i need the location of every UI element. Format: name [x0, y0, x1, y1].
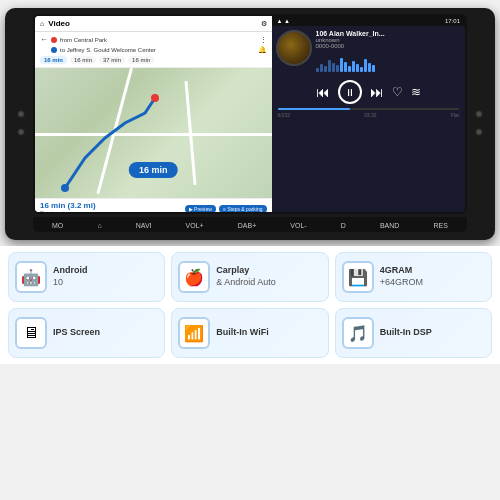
ctrl-btn-vol[interactable]: VOL-	[290, 222, 306, 229]
svg-point-0	[61, 184, 69, 192]
wifi-icon: 📶	[178, 317, 210, 349]
waveform-bar-8	[348, 66, 351, 72]
feature-text-1: Carplay& Android Auto	[216, 265, 276, 288]
home-icon: ⌂	[40, 20, 44, 27]
features-grid: 🤖Android10🍎Carplay& Android Auto💾4GRAM+6…	[0, 246, 500, 364]
preview-button[interactable]: ▶ Preview	[185, 205, 216, 213]
ctrl-btn-navi[interactable]: NAVI	[136, 222, 152, 229]
route-bar: ← from Central Park ⋮ ← to Jeffrey S. Go…	[35, 32, 272, 68]
time-opt-1: 16 min	[40, 56, 67, 64]
waveform-bar-5	[336, 65, 339, 72]
screws-left	[13, 106, 29, 140]
ram-icon: 💾	[342, 261, 374, 293]
ctrl-btn-dab[interactable]: DAB+	[238, 222, 256, 229]
ctrl-btn-vol[interactable]: VOL+	[186, 222, 204, 229]
feature-text-0: Android10	[53, 265, 88, 288]
wifi-icon: ▲ ▲	[277, 18, 291, 24]
waveform-bar-13	[368, 63, 371, 72]
waveform	[316, 52, 462, 72]
ctrl-btn-res[interactable]: RES	[433, 222, 447, 229]
pause-button[interactable]: ⏸	[338, 80, 362, 104]
feature-text-5: Built-In DSP	[380, 327, 432, 339]
feature-card-2: 💾4GRAM+64GROM	[335, 252, 492, 302]
track-label: Flat	[451, 112, 459, 118]
ctrl-btn-[interactable]: ⌂	[97, 222, 101, 229]
map-top-bar: ⌂ Video ⚙	[35, 16, 272, 32]
dual-screen: ⌂ Video ⚙ ← from Central Park ⋮	[33, 14, 467, 214]
screw-bl	[17, 128, 25, 136]
track-number: 6/232	[278, 112, 291, 118]
waveform-bar-0	[316, 68, 319, 72]
waveform-bar-9	[352, 61, 355, 72]
clock: 17:01	[445, 18, 460, 24]
feature-card-0: 🤖Android10	[8, 252, 165, 302]
map-body: 16 min	[35, 68, 272, 198]
ctrl-btn-band[interactable]: BAND	[380, 222, 399, 229]
time-code: 0000-0000	[316, 43, 462, 49]
screws-right	[471, 106, 487, 140]
from-label: from Central Park	[60, 37, 107, 43]
steps-button[interactable]: ≡ Steps & parking	[219, 205, 267, 213]
time-opt-3: 37 min	[99, 56, 125, 64]
video-label: Video	[48, 19, 70, 28]
prev-button[interactable]: ⏮	[316, 84, 330, 100]
map-bottom-bar: 16 min (3.2 mi) Best route ▶ Preview ≡ S…	[35, 198, 272, 212]
ctrl-btn-d[interactable]: D	[341, 222, 346, 229]
next-button[interactable]: ⏭	[370, 84, 384, 100]
time-opt-2: 16 min	[70, 56, 96, 64]
waveform-bar-7	[344, 62, 347, 72]
waveform-bar-12	[364, 59, 367, 72]
feature-card-4: 📶Built-In WiFi	[171, 308, 328, 358]
screw-br	[475, 128, 483, 136]
status-bar: ▲ ▲ 17:01	[272, 16, 466, 26]
waveform-bar-11	[360, 67, 363, 72]
route-svg	[35, 68, 272, 198]
ips-icon: 🖥	[15, 317, 47, 349]
dest-dot	[51, 47, 57, 53]
album-art	[276, 30, 312, 66]
waveform-bar-4	[332, 63, 335, 72]
feature-text-2: 4GRAM+64GROM	[380, 265, 423, 288]
ctrl-btn-mo[interactable]: MO	[52, 222, 63, 229]
time-opt-4: 16 min	[128, 56, 154, 64]
best-route-label: Best route	[40, 210, 96, 212]
dsp-icon: 🎵	[342, 317, 374, 349]
waveform-bar-6	[340, 58, 343, 72]
music-timing: 6/232 03:32 Flat	[272, 112, 466, 118]
track-name: 106 Alan Walker_In...	[316, 30, 462, 37]
settings-icon: ⚙	[261, 20, 267, 28]
eq-button[interactable]: ≋	[411, 85, 421, 99]
screw-tl	[17, 110, 25, 118]
control-bar: MO⌂NAVIVOL+DAB+VOL-DBANDRES	[33, 217, 467, 232]
waveform-bar-10	[356, 64, 359, 72]
eta-distance: 16 min (3.2 mi)	[40, 201, 96, 210]
screw-tr	[475, 110, 483, 118]
waveform-bar-14	[372, 65, 375, 72]
music-info: 106 Alan Walker_In... unknown 0000-0000	[316, 30, 462, 72]
origin-dot	[51, 37, 57, 43]
album-art-row: 106 Alan Walker_In... unknown 0000-0000	[272, 26, 466, 76]
waveform-bar-2	[324, 66, 327, 72]
svg-point-1	[151, 94, 159, 102]
feature-card-3: 🖥IPS Screen	[8, 308, 165, 358]
to-label: to Jeffrey S. Gould Welcome Center	[60, 47, 156, 53]
progress-fill	[278, 108, 351, 110]
music-controls: ⏮ ⏸ ⏭ ♡ ≋	[272, 76, 466, 108]
waveform-bar-1	[320, 64, 323, 72]
feature-text-3: IPS Screen	[53, 327, 100, 339]
map-time-bubble: 16 min	[129, 162, 178, 178]
stereo-unit: ⌂ Video ⚙ ← from Central Park ⋮	[5, 8, 495, 240]
carplay-icon: 🍎	[178, 261, 210, 293]
music-screen: ▲ ▲ 17:01 106 Alan Walker_In... unknown …	[272, 16, 466, 212]
feature-card-1: 🍎Carplay& Android Auto	[171, 252, 328, 302]
progress-bar[interactable]	[278, 108, 460, 110]
current-time: 03:32	[364, 112, 377, 118]
android-icon: 🤖	[15, 261, 47, 293]
waveform-bar-3	[328, 60, 331, 72]
map-screen[interactable]: ⌂ Video ⚙ ← from Central Park ⋮	[35, 16, 272, 212]
feature-text-4: Built-In WiFi	[216, 327, 268, 339]
heart-button[interactable]: ♡	[392, 85, 403, 99]
feature-card-5: 🎵Built-In DSP	[335, 308, 492, 358]
